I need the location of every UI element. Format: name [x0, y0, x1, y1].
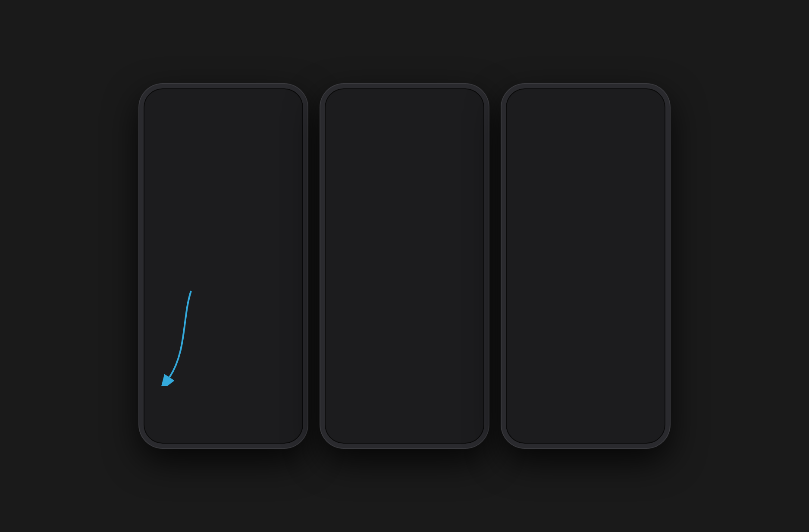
key-t-3[interactable]: t: [571, 324, 585, 342]
emoji-33[interactable]: 😂: [328, 384, 345, 401]
key-a-3[interactable]: a: [508, 345, 523, 363]
key-a-1[interactable]: A: [145, 358, 161, 376]
key-v-3[interactable]: v: [578, 366, 593, 384]
key-v-1[interactable]: V: [216, 379, 231, 397]
key-y-1[interactable]: Y: [225, 338, 238, 356]
key-x-3[interactable]: x: [543, 366, 558, 384]
alarm-icon-2[interactable]: ⏰: [364, 406, 375, 416]
key-e-1[interactable]: E: [177, 338, 191, 356]
appstore-button-2[interactable]: A: [347, 238, 361, 252]
key-m-1[interactable]: M: [268, 379, 284, 397]
key-r-3[interactable]: r: [555, 324, 569, 342]
key-t-1[interactable]: T: [209, 338, 223, 356]
message-input-3[interactable]: Message: [546, 229, 660, 244]
key-o-3[interactable]: o: [635, 324, 649, 342]
emoji-18[interactable]: 🤦: [348, 347, 365, 365]
emoji-21[interactable]: 💰: [405, 347, 422, 365]
animal-emoji-1[interactable]: 🐕: [516, 298, 533, 314]
back-button-2[interactable]: ‹: [332, 119, 334, 128]
photos-app-1[interactable]: 🌈: [149, 315, 164, 331]
emoji-1[interactable]: 😁: [328, 311, 345, 329]
health-app-2[interactable]: ❤️: [409, 260, 425, 276]
animal-emoji-5[interactable]: 🐻: [599, 298, 616, 314]
contact-info-3[interactable]: 🧒 Darling >: [574, 111, 597, 135]
key-g-1[interactable]: G: [216, 358, 231, 376]
animal-emoji-3[interactable]: 🦮: [557, 298, 574, 314]
emoji-20[interactable]: 🤡: [386, 347, 403, 365]
key-w-3[interactable]: w: [523, 324, 537, 342]
emoji-35[interactable]: 😎: [367, 384, 384, 401]
soccer-icon-2[interactable]: ⚽: [398, 406, 409, 416]
emoji-6[interactable]: 😂: [424, 311, 442, 329]
sent-bubble-2[interactable]: We are next-door playing inside until lu…: [365, 144, 477, 172]
emoji-8[interactable]: 😊: [463, 311, 480, 329]
emoji-38[interactable]: 😊: [424, 384, 442, 401]
emoji-28[interactable]: 🙌: [386, 366, 403, 383]
emoji-39[interactable]: 🚴: [443, 384, 461, 401]
emoji-15[interactable]: 😆: [443, 329, 461, 347]
emoji-9[interactable]: ❤️: [328, 329, 345, 347]
key-emoji-symbols-3[interactable]: ☺ #+: [621, 386, 652, 404]
key-z-3[interactable]: z: [525, 366, 541, 384]
emoji-12[interactable]: 😛: [386, 329, 403, 347]
sent-bubble-partial-3[interactable]: until lunch: [615, 143, 658, 161]
key-f-3[interactable]: f: [560, 345, 576, 363]
contact-info-2[interactable]: 🧒 Darling >: [393, 111, 416, 135]
audio-button-1[interactable]: ≋: [284, 294, 295, 306]
emoji-17[interactable]: 👍: [328, 347, 345, 365]
key-q-3[interactable]: q: [507, 324, 521, 342]
key-d-3[interactable]: d: [543, 345, 558, 363]
key-n-3[interactable]: n: [613, 366, 629, 384]
key-u-1[interactable]: U: [241, 338, 254, 356]
key-space-1[interactable]: space: [175, 400, 253, 418]
key-p-1[interactable]: P: [288, 338, 302, 356]
memoji-app-2[interactable]: 🧒: [429, 260, 445, 276]
health-app-3[interactable]: ❤️: [590, 252, 606, 267]
emoji-search-bar-2[interactable]: 🔍 Search Emoji: [330, 283, 479, 298]
key-o-1[interactable]: O: [273, 338, 286, 356]
clock-icon-2[interactable]: 🕐: [330, 406, 341, 416]
key-123-1[interactable]: 123: [153, 400, 173, 418]
key-l-3[interactable]: l: [648, 345, 664, 363]
received-bubble-1[interactable]: Ready when you are: [151, 257, 226, 275]
animal-search-bar-3[interactable]: 🔍 animal ✕: [511, 274, 660, 290]
gift-icon-2[interactable]: 🎁: [381, 406, 392, 416]
received-bubble-2[interactable]: Ready when you are: [332, 210, 407, 228]
key-delete-3[interactable]: ⌫: [648, 366, 664, 384]
bulb-icon-2[interactable]: 💡: [416, 406, 426, 416]
emoji-36[interactable]: 💙: [386, 384, 403, 401]
key-delete-1[interactable]: ⌫: [286, 379, 301, 397]
key-g-3[interactable]: g: [578, 345, 593, 363]
key-b-1[interactable]: B: [233, 379, 249, 397]
emoji-25[interactable]: 😂: [328, 366, 345, 383]
camera-button-1[interactable]: 📷: [149, 293, 163, 307]
key-return-1[interactable]: return: [255, 400, 294, 418]
audio-button-3[interactable]: ≋: [646, 231, 658, 242]
fitness-app-1[interactable]: 🎨: [208, 315, 224, 331]
key-p-3[interactable]: p: [651, 324, 665, 342]
animal-emoji-4[interactable]: 🐱: [578, 298, 595, 314]
contact-info-1[interactable]: 🧒 Darling >: [212, 111, 235, 135]
applepay-app-2[interactable]: Pay: [370, 260, 385, 276]
photos-app-2[interactable]: 🌈: [330, 260, 345, 276]
emoji-16[interactable]: 😍: [463, 329, 480, 347]
key-n-1[interactable]: N: [251, 379, 267, 397]
key-j-3[interactable]: j: [613, 345, 629, 363]
applepay-app-1[interactable]: Pay: [188, 315, 204, 331]
memoji-app-3[interactable]: 🧒: [610, 252, 626, 267]
emoji-31[interactable]: 😊: [443, 366, 461, 383]
animal-emoji-7[interactable]: 🐈: [640, 298, 657, 314]
key-c-3[interactable]: c: [560, 366, 576, 384]
key-q-1[interactable]: Q: [145, 338, 159, 356]
key-u-3[interactable]: u: [603, 324, 617, 342]
back-button-3[interactable]: ‹: [513, 119, 515, 128]
key-b-3[interactable]: b: [596, 366, 611, 384]
mic-key-2[interactable]: 🎙: [469, 426, 477, 436]
emoji-7[interactable]: 😃: [443, 311, 461, 329]
emoji-40[interactable]: 😉: [463, 384, 480, 401]
emoji-11[interactable]: 😸: [367, 329, 384, 347]
appstore-button-3[interactable]: A: [528, 230, 542, 244]
camera-button-3[interactable]: 📷: [511, 230, 525, 244]
key-e-3[interactable]: e: [539, 324, 553, 342]
appstore-button-1[interactable]: A: [166, 293, 180, 307]
